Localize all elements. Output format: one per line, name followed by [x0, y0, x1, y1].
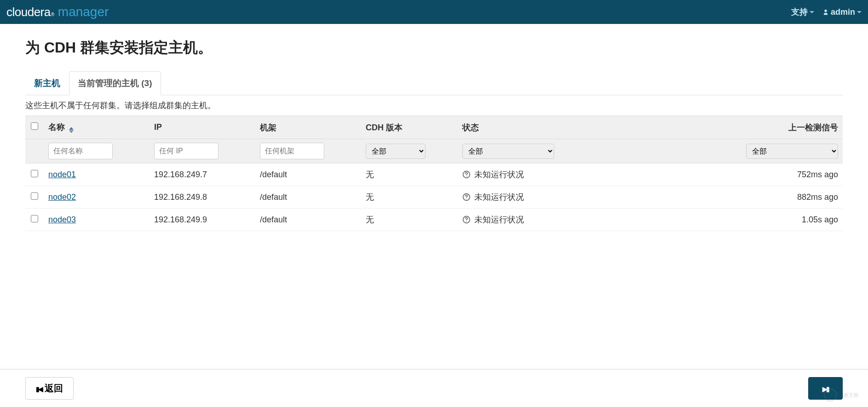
page-title: 为 CDH 群集安装指定主机。	[25, 38, 843, 58]
question-icon	[462, 170, 471, 179]
host-version: 无	[361, 209, 458, 231]
svg-point-1	[466, 176, 466, 176]
select-all-checkbox[interactable]	[31, 122, 38, 130]
host-status: 未知运行状况	[462, 169, 737, 180]
row-checkbox[interactable]	[31, 170, 38, 177]
host-heartbeat: 1.05s ago	[742, 209, 843, 231]
host-link[interactable]: node02	[48, 192, 76, 202]
table-row: node03 192.168.249.9 /default 无 未知运行状况 1…	[25, 209, 843, 231]
nav-right: 支持 admin	[791, 6, 862, 17]
user-label: admin	[831, 7, 855, 17]
brand-cloudera: cloudera	[6, 5, 51, 19]
tab-description: 这些主机不属于任何群集。请选择组成群集的主机。	[25, 100, 843, 111]
svg-point-5	[466, 221, 466, 221]
col-header-version[interactable]: CDH 版本	[361, 116, 458, 139]
header-row: 名称 IP 机架 CDH 版本 状态 上一检测信号	[25, 116, 843, 139]
filter-heartbeat-select[interactable]: 全部	[746, 144, 838, 159]
filter-ip-input[interactable]	[154, 143, 218, 159]
main-content: 为 CDH 群集安装指定主机。 新主机 当前管理的主机 (3) 这些主机不属于任…	[0, 24, 868, 277]
row-checkbox[interactable]	[31, 215, 38, 222]
host-ip: 192.168.249.8	[149, 186, 255, 209]
user-menu[interactable]: admin	[822, 7, 862, 17]
chevron-down-icon	[857, 11, 862, 13]
tabs: 新主机 当前管理的主机 (3)	[25, 71, 843, 95]
host-link[interactable]: node01	[48, 170, 76, 179]
user-icon	[822, 9, 829, 15]
col-header-status[interactable]: 状态	[458, 116, 742, 139]
filter-row: 全部 全部 全部	[25, 139, 843, 163]
sort-icon	[69, 127, 74, 133]
tab-new-hosts[interactable]: 新主机	[25, 71, 69, 95]
host-rack: /default	[255, 209, 361, 231]
host-ip: 192.168.249.7	[149, 163, 255, 186]
host-ip: 192.168.249.9	[149, 209, 255, 231]
host-heartbeat: 882ms ago	[742, 186, 843, 209]
filter-name-input[interactable]	[48, 143, 113, 159]
col-header-name[interactable]: 名称	[44, 116, 149, 139]
support-menu[interactable]: 支持	[791, 6, 814, 17]
navbar: cloudera® manager 支持 admin	[0, 0, 868, 24]
row-checkbox[interactable]	[31, 192, 38, 200]
status-text: 未知运行状况	[474, 169, 524, 180]
col-header-rack[interactable]: 机架	[255, 116, 361, 139]
table-row: node01 192.168.249.7 /default 无 未知运行状况 7…	[25, 163, 843, 186]
host-link[interactable]: node03	[48, 215, 76, 224]
hosts-table: 名称 IP 机架 CDH 版本 状态 上一检测信号 全部 全部 全部 node0	[25, 116, 843, 231]
question-icon	[462, 215, 471, 224]
brand-logo[interactable]: cloudera® manager	[6, 5, 109, 19]
tab-managed-hosts[interactable]: 当前管理的主机 (3)	[69, 71, 161, 95]
col-header-ip[interactable]: IP	[149, 116, 255, 139]
host-rack: /default	[255, 186, 361, 209]
chevron-down-icon	[810, 11, 814, 13]
host-status: 未知运行状况	[462, 214, 737, 225]
status-text: 未知运行状况	[474, 192, 524, 203]
status-text: 未知运行状况	[474, 214, 524, 225]
filter-version-select[interactable]: 全部	[366, 144, 425, 159]
host-rack: /default	[255, 163, 361, 186]
support-label: 支持	[791, 6, 808, 17]
host-status: 未知运行状况	[462, 192, 737, 203]
registered-mark: ®	[51, 12, 54, 17]
filter-status-select[interactable]: 全部	[462, 144, 554, 159]
col-header-heartbeat[interactable]: 上一检测信号	[742, 116, 843, 139]
table-row: node02 192.168.249.8 /default 无 未知运行状况 8…	[25, 186, 843, 209]
svg-point-3	[466, 198, 466, 199]
filter-rack-input[interactable]	[260, 143, 324, 159]
host-heartbeat: 752ms ago	[742, 163, 843, 186]
question-icon	[462, 193, 471, 201]
host-version: 无	[361, 163, 458, 186]
host-version: 无	[361, 186, 458, 209]
brand-manager: manager	[58, 5, 109, 19]
